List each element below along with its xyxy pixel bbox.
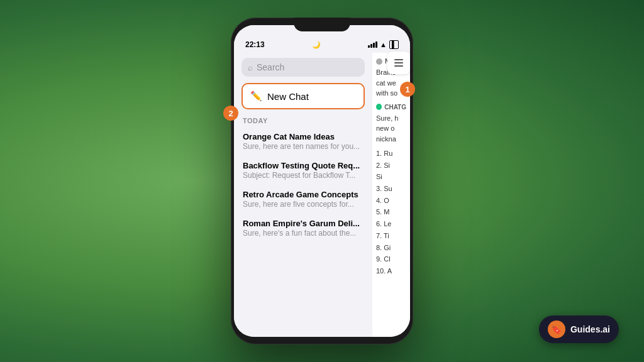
- search-bar[interactable]: ⌕ Search: [242, 58, 365, 77]
- guides-badge[interactable]: 🔖 Guides.ai: [539, 315, 619, 343]
- chat-item-title: Orange Cat Name Ideas: [243, 132, 364, 141]
- chat-item[interactable]: Roman Empire's Garum Deli... Sure, here'…: [234, 214, 372, 243]
- search-icon: ⌕: [248, 63, 253, 72]
- chat-item-preview: Sure, here's a fun fact about the...: [243, 229, 364, 238]
- search-container: ⌕ Search: [234, 53, 372, 80]
- status-time: 22:13: [245, 40, 265, 49]
- new-chat-label: New Chat: [267, 91, 309, 102]
- phone-screen: 22:13 🌙 ▲ ▌ ⌕ Sear: [234, 25, 410, 337]
- sender-dot-no: [376, 58, 382, 65]
- menu-button-container: 1: [387, 52, 410, 74]
- chat-item-preview: Sure, here are ten names for you...: [243, 142, 364, 151]
- guides-icon: 🔖: [548, 321, 565, 338]
- chat-list-panel: ⌕ Search ✏️ New Chat TODAY Orange Cat Na…: [234, 53, 372, 337]
- chat-item-preview: Sure, here are five concepts for...: [243, 200, 364, 209]
- status-icons: ▲ ▌: [368, 40, 399, 49]
- signal-icon: [368, 41, 377, 48]
- badge-2: 2: [223, 106, 238, 121]
- chat-item-preview: Subject: Request for Backflow T...: [243, 171, 364, 180]
- chat-item-title: Retro Arcade Game Concepts: [243, 190, 364, 199]
- sender-chatgpt-label: CHATG: [384, 104, 406, 111]
- menu-button[interactable]: [387, 52, 410, 74]
- chat-item[interactable]: Backflow Testing Quote Req... Subject: R…: [234, 156, 372, 185]
- numbered-list: 1. Ru 2. Si Si 3. Su 4. O 5. M 6. Le 7. …: [376, 148, 406, 277]
- screen-content: ⌕ Search ✏️ New Chat TODAY Orange Cat Na…: [234, 53, 410, 337]
- chat-item[interactable]: Orange Cat Name Ideas Sure, here are ten…: [234, 127, 372, 156]
- phone-device: 22:13 🌙 ▲ ▌ ⌕ Sear: [231, 18, 413, 344]
- moon-icon: 🌙: [312, 41, 321, 49]
- sender-dot-chatgpt: [376, 104, 382, 110]
- wifi-icon: ▲: [380, 41, 387, 48]
- new-chat-button[interactable]: ✏️ New Chat: [242, 83, 365, 109]
- chat-item-title: Backflow Testing Quote Req...: [243, 161, 364, 170]
- badge-1: 1: [400, 82, 415, 97]
- guides-label: Guides.ai: [570, 324, 610, 334]
- today-section-header: TODAY: [234, 114, 372, 127]
- battery-icon: ▌: [389, 40, 399, 49]
- chat-item-title: Roman Empire's Garum Deli...: [243, 219, 364, 228]
- search-placeholder: Search: [257, 62, 284, 72]
- new-chat-icon: ✏️: [250, 90, 262, 102]
- sender-chatgpt-badge: CHATG: [376, 104, 406, 111]
- phone-notch: [294, 18, 350, 31]
- menu-icon: [394, 59, 403, 67]
- chatgpt-response: Sure, h new o nickna: [376, 113, 406, 145]
- chat-item[interactable]: Retro Arcade Game Concepts Sure, here ar…: [234, 185, 372, 214]
